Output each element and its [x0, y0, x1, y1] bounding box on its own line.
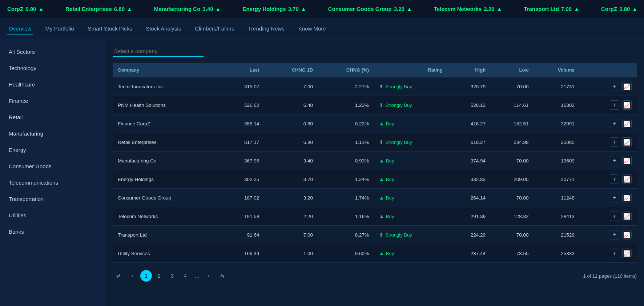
- chart-button[interactable]: 📈: [622, 82, 632, 91]
- col-chng1d: CHNG 1D: [264, 63, 318, 77]
- rating-label: Buy: [386, 251, 394, 256]
- cell-last: 526.62: [221, 96, 264, 114]
- cell-low: 234.88: [491, 133, 534, 152]
- cell-company: Techz Innovators Inc: [113, 77, 221, 96]
- ticker-item: Telecom Networks2.20▲: [434, 6, 502, 12]
- col-last: Last: [221, 63, 264, 77]
- sidebar-item-banks[interactable]: Banks: [0, 224, 105, 240]
- sidebar-item-all-sectors[interactable]: All Sectors: [0, 44, 105, 60]
- nav-item-my-portfolio[interactable]: My Portfolio: [44, 23, 76, 35]
- cell-rating: ⬆ Strongly Buy: [374, 96, 448, 114]
- sidebar-item-telecommunications[interactable]: Telecommunications: [0, 174, 105, 191]
- ticker-value: 2.20: [484, 6, 494, 12]
- table-row: Retail Enterprises 617.17 6.80 1.11% ⬆ S…: [113, 133, 637, 152]
- chart-button[interactable]: 📈: [622, 193, 632, 202]
- table-row: Energy Holdings 302.25 3.70 1.24% ▲ Buy …: [113, 170, 637, 189]
- page-first-button[interactable]: ⇄: [113, 270, 124, 282]
- add-button[interactable]: +: [610, 156, 619, 165]
- add-button[interactable]: +: [610, 82, 619, 91]
- cell-last: 191.58: [221, 207, 264, 226]
- add-button[interactable]: +: [610, 137, 619, 147]
- page-number-2[interactable]: 2: [153, 270, 165, 282]
- rating-icon: ▲: [379, 121, 384, 126]
- chart-button[interactable]: 📈: [622, 249, 632, 258]
- chart-button[interactable]: 📈: [622, 119, 632, 128]
- add-button[interactable]: +: [610, 119, 619, 128]
- cell-rating: ⬆ Strongly Buy: [374, 77, 448, 96]
- ticker-item: Energy Holdings3.70▲: [242, 6, 306, 12]
- nav-item-climbers/fallers[interactable]: Climbers/Fallers: [193, 23, 236, 35]
- ticker-arrow: ▲: [216, 6, 221, 12]
- ticker-arrow: ▲: [632, 6, 637, 12]
- page-next-button[interactable]: ›: [203, 270, 214, 282]
- ticker-name: CorpZ: [601, 6, 617, 12]
- page-last-button[interactable]: ⇆: [217, 270, 228, 282]
- page-number-1[interactable]: 1: [140, 270, 152, 282]
- add-button[interactable]: +: [610, 193, 619, 202]
- pagination-info: 1 of 11 pages (110 items): [583, 273, 637, 279]
- col-rating: Rating: [374, 63, 448, 77]
- sidebar-item-energy[interactable]: Energy: [0, 142, 105, 158]
- ticker-name: Consumer Goods Group: [328, 6, 392, 12]
- cell-high: 528.12: [448, 96, 491, 114]
- cell-company: Retail Enterprises: [113, 133, 221, 152]
- add-button[interactable]: +: [610, 212, 619, 221]
- rating-icon: ▲: [379, 176, 384, 182]
- table-row: PNM Health Solutions 526.62 6.40 1.23% ⬆…: [113, 96, 637, 114]
- cell-volume: 19609: [534, 152, 579, 170]
- sidebar-item-healthcare[interactable]: Healthcare: [0, 76, 105, 93]
- sidebar-item-manufacturing[interactable]: Manufacturing: [0, 125, 105, 142]
- table-row: Telecom Networks 191.58 2.20 1.16% ▲ Buy…: [113, 207, 637, 226]
- rating-label: Strongly Buy: [385, 140, 412, 145]
- chart-button[interactable]: 📈: [622, 174, 632, 184]
- cell-high: 416.27: [448, 114, 491, 133]
- chart-button[interactable]: 📈: [622, 156, 632, 165]
- content-area: Company Last CHNG 1D CHNG (%) Rating Hig…: [105, 40, 644, 306]
- ticker-name: Manufacturing Co: [154, 6, 201, 12]
- cell-rating: ▲ Buy: [374, 244, 448, 263]
- rating-icon: ▲: [379, 195, 384, 201]
- table-row: Finance CorpZ 358.14 0.80 0.22% ▲ Buy 41…: [113, 114, 637, 133]
- sidebar-item-consumer-goods[interactable]: Consumer Goods: [0, 158, 105, 174]
- ticker-value: 3.40: [202, 6, 213, 12]
- nav-item-know-more[interactable]: Know More: [297, 23, 327, 35]
- nav-item-smart-stock-picks[interactable]: Smart Stock Picks: [86, 23, 134, 35]
- rating-icon: ⬆: [379, 232, 383, 238]
- rating-icon: ⬆: [379, 102, 383, 108]
- table-row: Techz Innovators Inc 315.07 7.00 2.27% ⬆…: [113, 77, 637, 96]
- chart-button[interactable]: 📈: [622, 230, 632, 239]
- cell-volume: 11248: [534, 189, 579, 207]
- add-button[interactable]: +: [610, 230, 619, 239]
- page-number-4[interactable]: 4: [180, 270, 191, 282]
- sidebar-item-transportation[interactable]: Transportation: [0, 191, 105, 207]
- sidebar-item-finance[interactable]: Finance: [0, 93, 105, 109]
- page-prev-button[interactable]: ‹: [126, 270, 138, 282]
- cell-low: 114.61: [491, 96, 534, 114]
- cell-high: 618.27: [448, 133, 491, 152]
- page-number-3[interactable]: 3: [166, 270, 178, 282]
- cell-chngpct: 0.93%: [318, 152, 374, 170]
- add-button[interactable]: +: [610, 100, 619, 110]
- cell-actions: + 📈: [580, 170, 637, 189]
- cell-rating: ⬆ Strongly Buy: [374, 133, 448, 152]
- rating-icon: ▲: [379, 250, 384, 256]
- chart-button[interactable]: 📈: [622, 212, 632, 221]
- chart-button[interactable]: 📈: [622, 100, 632, 110]
- nav-item-trending-news[interactable]: Trending News: [247, 23, 286, 35]
- nav-item-stock-analysis[interactable]: Stock Analysis: [144, 23, 182, 35]
- sidebar-item-technology[interactable]: Technology: [0, 60, 105, 76]
- cell-company: Consumer Goods Group: [113, 189, 221, 207]
- sidebar-item-retail[interactable]: Retail: [0, 109, 105, 125]
- ticker-item: Transport Ltd7.00▲: [524, 6, 579, 12]
- add-button[interactable]: +: [610, 174, 619, 184]
- ticker-name: Energy Holdings: [242, 6, 286, 12]
- cell-low: 70.00: [491, 77, 534, 96]
- cell-actions: + 📈: [580, 96, 637, 114]
- add-button[interactable]: +: [610, 249, 619, 258]
- cell-actions: + 📈: [580, 207, 637, 226]
- search-input[interactable]: [113, 46, 204, 57]
- sidebar-item-utilities[interactable]: Utilities: [0, 207, 105, 224]
- rating-icon: ▲: [379, 158, 384, 164]
- chart-button[interactable]: 📈: [622, 137, 632, 147]
- nav-item-overview[interactable]: Overview: [7, 23, 33, 35]
